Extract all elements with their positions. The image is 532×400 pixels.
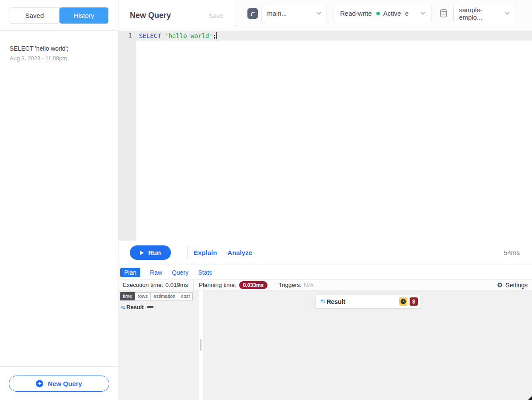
page-title: New Query xyxy=(130,11,171,20)
database-icon xyxy=(439,9,448,18)
plan-node-id: #1 xyxy=(121,305,125,310)
tab-raw[interactable]: Raw xyxy=(150,269,162,276)
stats-divider xyxy=(193,280,194,290)
sidebar-header: Saved History xyxy=(0,0,118,31)
toolbar-wrap: main... Read-write Active e xyxy=(236,0,532,31)
time-bar xyxy=(147,306,153,308)
connection-toolbar: main... Read-write Active e xyxy=(236,0,532,27)
execution-time-value: 0.019ms xyxy=(165,282,188,288)
history-item[interactable]: SELECT 'hello world'; Aug 3, 2023 - 11:0… xyxy=(10,45,108,62)
chevron-down-icon xyxy=(505,12,510,15)
plan-node-operation: Result xyxy=(126,304,144,310)
sidebar-footer: + New Query xyxy=(0,366,118,400)
database-select-value: sample-emplo... xyxy=(459,6,505,21)
status-dot-icon xyxy=(376,12,380,15)
gear-icon: ⚙ xyxy=(497,282,503,288)
actions-bar: Run Explain Analyze 54ms xyxy=(118,241,532,265)
main-panel: New Query Save main... xyxy=(118,0,532,400)
compute-select[interactable]: Read-write Active e xyxy=(334,5,432,22)
chevron-down-icon xyxy=(316,12,321,15)
triggers-label: Triggers: xyxy=(278,282,302,288)
tab-stats[interactable]: Stats xyxy=(198,269,212,276)
save-button[interactable]: Save xyxy=(209,12,223,19)
plan-stats-bar: Execution time: 0.019ms Planning time: 0… xyxy=(118,279,532,290)
planning-time-label: Planning time: xyxy=(199,282,236,288)
stats-divider xyxy=(273,280,273,290)
compute-role-label: Read-write xyxy=(340,10,372,17)
metric-toggle-rows[interactable]: rows xyxy=(135,292,151,300)
run-button-label: Run xyxy=(148,249,161,256)
plan-settings-button[interactable]: ⚙ Settings xyxy=(491,280,532,290)
compute-status-label: Active xyxy=(383,10,401,17)
tab-query[interactable]: Query xyxy=(172,269,188,276)
resize-grip[interactable] xyxy=(528,396,532,400)
result-tabs: Plan Raw Query Stats xyxy=(118,265,532,279)
cost-badge-icon: $ xyxy=(410,297,418,306)
panel-splitter xyxy=(199,290,203,400)
plan-tree-item[interactable]: #1 Result xyxy=(120,304,198,310)
sql-terminator: ; xyxy=(213,32,216,39)
new-query-button[interactable]: + New Query xyxy=(9,376,109,392)
sql-string: 'hello world' xyxy=(165,32,213,39)
text-cursor xyxy=(216,32,217,39)
run-button[interactable]: Run xyxy=(130,245,171,260)
play-icon xyxy=(140,251,144,255)
analyze-button[interactable]: Analyze xyxy=(227,249,252,256)
execution-time-label: Execution time: xyxy=(123,282,163,288)
metric-toggle-time[interactable]: time xyxy=(120,292,135,300)
branch-icon xyxy=(247,8,258,19)
clock-badge-icon xyxy=(399,297,407,306)
code-input-area[interactable]: SELECT 'hello world'; xyxy=(136,31,532,241)
query-duration: 54ms xyxy=(504,249,520,256)
history-list: SELECT 'hello world'; Aug 3, 2023 - 11:0… xyxy=(0,31,118,366)
settings-label: Settings xyxy=(505,282,528,289)
history-query-text: SELECT 'hello world'; xyxy=(10,45,108,52)
sql-space xyxy=(161,32,165,39)
sidebar: Saved History SELECT 'hello world'; Aug … xyxy=(0,0,118,400)
top-bar: New Query Save main... xyxy=(118,0,532,31)
planning-time-badge: 0.033ms xyxy=(239,281,268,289)
tab-history[interactable]: History xyxy=(59,7,108,24)
code-editor: 1 SELECT 'hello world'; xyxy=(118,31,532,241)
branch-select[interactable]: main... xyxy=(261,5,327,22)
new-query-button-label: New Query xyxy=(48,380,82,387)
sql-editor-app: Saved History SELECT 'hello world'; Aug … xyxy=(0,0,532,400)
saved-history-toggle: Saved History xyxy=(10,7,108,24)
drag-handle[interactable] xyxy=(200,339,202,351)
plan-visualizer: time rows estimation cost #1 Result #1 R… xyxy=(118,290,532,400)
vertical-divider xyxy=(187,246,188,259)
tab-saved[interactable]: Saved xyxy=(10,7,59,24)
triggers-value: N/A xyxy=(304,282,314,288)
query-title-area: New Query Save xyxy=(118,0,236,31)
tab-plan[interactable]: Plan xyxy=(120,268,140,277)
metric-toggle-group: time rows estimation cost xyxy=(120,292,198,300)
metric-toggle-cost[interactable]: cost xyxy=(178,292,193,300)
plan-diagram-node[interactable]: #1 Result $ xyxy=(316,295,421,308)
line-number: 1 xyxy=(118,31,132,41)
node-badges: $ xyxy=(399,297,418,306)
line-number-gutter: 1 xyxy=(118,31,136,241)
plus-circle-icon: + xyxy=(36,380,43,387)
chevron-down-icon xyxy=(421,12,425,15)
database-select[interactable]: sample-emplo... xyxy=(453,5,515,22)
explain-button[interactable]: Explain xyxy=(194,249,217,256)
code-line-active: SELECT 'hello world'; xyxy=(136,31,532,41)
sql-keyword: SELECT xyxy=(139,32,161,39)
plan-node-operation: Result xyxy=(327,298,345,305)
plan-tree-panel: time rows estimation cost #1 Result xyxy=(118,290,199,400)
compute-endpoint-truncated: e xyxy=(405,10,408,17)
plan-node-id: #1 xyxy=(320,299,325,304)
history-timestamp: Aug 3, 2023 - 11:08pm xyxy=(10,55,108,62)
branch-select-value: main... xyxy=(267,10,287,17)
metric-toggle-estimation[interactable]: estimation xyxy=(151,292,178,300)
plan-diagram-canvas: #1 Result $ xyxy=(203,290,532,400)
